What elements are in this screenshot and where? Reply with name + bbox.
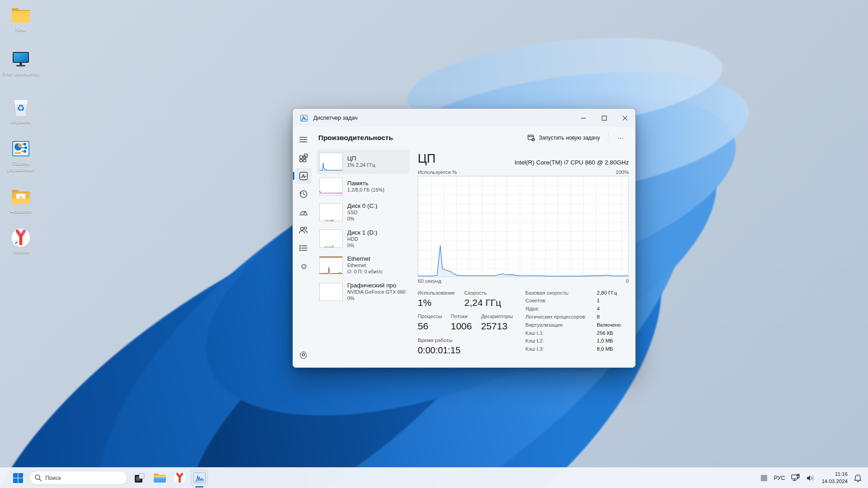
tray-time: 11:16 — [821, 471, 848, 478]
task-manager-window: Диспетчер задач Производительность — [292, 108, 636, 368]
perf-item-disk0[interactable]: Диск 0 (C:)SSD0% — [316, 199, 410, 225]
task-manager-taskbar-icon — [193, 473, 206, 483]
processes-value: 56 — [418, 320, 451, 332]
cpu-speed-value: 2,24 ГГц — [464, 297, 501, 309]
yandex-browser-icon — [174, 472, 186, 484]
threads-value: 1006 — [451, 320, 481, 332]
volume-icon[interactable] — [807, 474, 815, 482]
taskbar-app-yandex[interactable] — [171, 469, 188, 487]
new-task-icon — [528, 135, 535, 141]
ethernet-mini-graph — [319, 256, 343, 274]
close-button[interactable] — [614, 109, 635, 127]
yandex-icon — [11, 228, 31, 248]
x-axis-left: 60 секунд — [418, 278, 441, 284]
cpu-usage-value: 1% — [418, 297, 464, 309]
desktop-icon-yandex[interactable]: Yandex — [0, 228, 42, 255]
page-title: Производительность — [318, 134, 393, 142]
search-placeholder: Поиск — [45, 475, 61, 481]
perf-item-gpu[interactable]: Графический проNVIDIA GeForce GTX 6600% — [316, 279, 410, 305]
window-title: Диспетчер задач — [313, 115, 358, 121]
header-divider — [608, 133, 609, 143]
cpu-title: ЦП — [418, 152, 435, 166]
maximize-button[interactable] — [594, 109, 614, 127]
recycle-bin-icon: ♻ — [11, 98, 31, 117]
desktop-icon-this-pc[interactable]: Этот компьютер — [0, 50, 42, 77]
cpu-panel: ЦП Intel(R) Core(TM) i7 CPU 860 @ 2.80GH… — [411, 149, 635, 367]
processes-icon[interactable] — [295, 150, 311, 166]
memory-mini-graph — [319, 178, 343, 196]
tray-date: 14.03.2024 — [821, 478, 848, 485]
services-icon[interactable] — [295, 258, 311, 274]
taskbar-app-explorer[interactable] — [151, 469, 168, 487]
search-input[interactable]: Поиск — [29, 471, 127, 485]
perf-item-memory[interactable]: Память1,2/8,0 ГБ (15%) — [316, 174, 410, 199]
cpu-stats-left: Использование1% Скорость2,24 ГГц Процесс… — [418, 289, 522, 356]
perf-item-cpu[interactable]: ЦП1% 2,24 ГГц — [316, 150, 410, 174]
run-new-task-label: Запустить новую задачу — [539, 135, 600, 141]
clock[interactable]: 11:16 14.03.2024 — [821, 471, 848, 485]
y-axis-label: Используется % — [418, 169, 457, 175]
svg-text:♻: ♻ — [17, 103, 25, 113]
disk0-mini-graph — [319, 203, 343, 221]
uptime-value: 0:00:01:15 — [418, 344, 461, 356]
app-history-icon[interactable] — [295, 186, 311, 202]
network-icon[interactable] — [791, 474, 800, 482]
language-indicator[interactable]: РУС — [774, 475, 785, 481]
desktop-icon-recycle-bin[interactable]: ♻ Корзина — [0, 98, 42, 125]
tray-hidden-icon[interactable] — [761, 475, 767, 481]
startup-apps-icon[interactable] — [295, 204, 311, 220]
perf-item-disk1[interactable]: Диск 1 (D:)HDD0% — [316, 226, 410, 252]
taskbar-app-task-manager[interactable] — [191, 469, 208, 487]
handles-value: 25713 — [481, 320, 513, 332]
desktop-icon-label: Yandex — [13, 249, 29, 255]
desktop-icon-label: New — [16, 27, 26, 33]
taskbar-app-dark[interactable] — [131, 469, 148, 487]
file-explorer-icon — [153, 473, 166, 483]
gpu-mini-graph — [319, 283, 343, 301]
computer-icon — [11, 50, 31, 70]
users-icon[interactable] — [295, 222, 311, 238]
run-new-task-button[interactable]: Запустить новую задачу — [524, 132, 604, 144]
menu-icon[interactable] — [295, 131, 311, 148]
settings-gear-icon[interactable] — [295, 347, 311, 363]
taskbar: Поиск РУС 11:16 14.03.2024 — [0, 467, 868, 488]
desktop-icon-label: Панель управления — [0, 160, 42, 173]
notification-bell-icon[interactable] — [854, 474, 862, 482]
windows-logo-icon — [13, 473, 24, 483]
details-icon[interactable] — [295, 240, 311, 256]
desktop-icon-activation[interactable]: Activation — [0, 187, 42, 215]
perf-item-ethernet[interactable]: EthernetEthernetО: 0 П: 0 кбит/с — [316, 252, 410, 278]
desktop-icon-label: Этот компьютер — [2, 71, 39, 77]
desktop-icon-new[interactable]: New — [0, 5, 42, 33]
page-header: Производительность Запустить новую задач… — [314, 127, 635, 149]
nav-rail — [293, 127, 314, 367]
dark-app-icon — [134, 472, 146, 484]
x-axis-right: 0 — [626, 278, 629, 284]
desktop-icon-label: Activation — [10, 208, 32, 215]
start-button[interactable] — [10, 470, 26, 486]
performance-icon[interactable] — [295, 168, 311, 184]
folder-icon — [11, 5, 31, 25]
cpu-mini-graph — [319, 153, 343, 171]
control-panel-icon — [11, 139, 31, 159]
cpu-stats-right: Базовая скорость:2,80 ГГц Сокетов:1 Ядра… — [525, 289, 621, 356]
search-icon — [35, 474, 42, 481]
minimize-button[interactable] — [573, 109, 594, 127]
desktop-icon-label: Корзина — [11, 119, 30, 125]
titlebar[interactable]: Диспетчер задач — [293, 109, 635, 127]
more-options-button[interactable]: … — [613, 131, 629, 145]
cpu-model: Intel(R) Core(TM) i7 CPU 860 @ 2.80GHz — [514, 159, 629, 166]
cpu-usage-graph[interactable] — [418, 176, 629, 277]
folder-doc-icon — [11, 187, 31, 207]
task-manager-icon — [300, 115, 308, 122]
performance-list: ЦП1% 2,24 ГГц Память1,2/8,0 ГБ (15%) Дис… — [314, 149, 411, 367]
desktop-icon-control-panel[interactable]: Панель управления — [0, 139, 42, 173]
y-axis-max: 100% — [616, 169, 629, 175]
disk1-mini-graph — [319, 230, 343, 248]
